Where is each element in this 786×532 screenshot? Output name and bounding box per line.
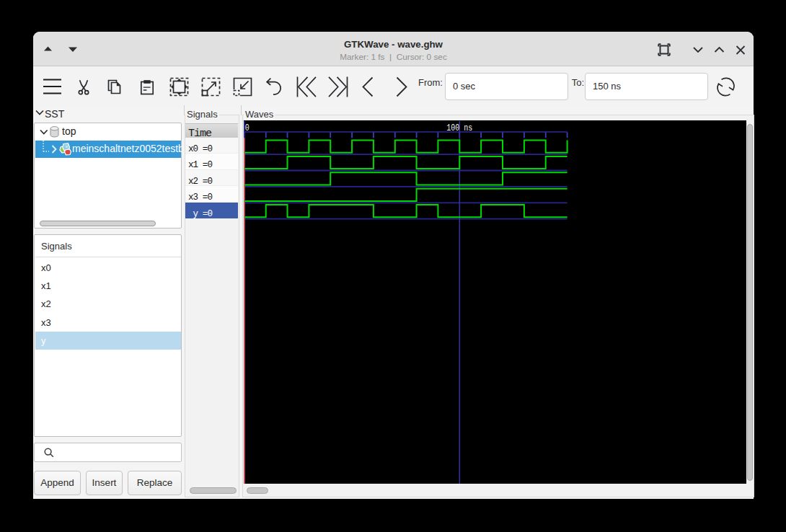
- svg-text:100 ns: 100 ns: [446, 123, 472, 133]
- svg-text:0: 0: [244, 123, 249, 133]
